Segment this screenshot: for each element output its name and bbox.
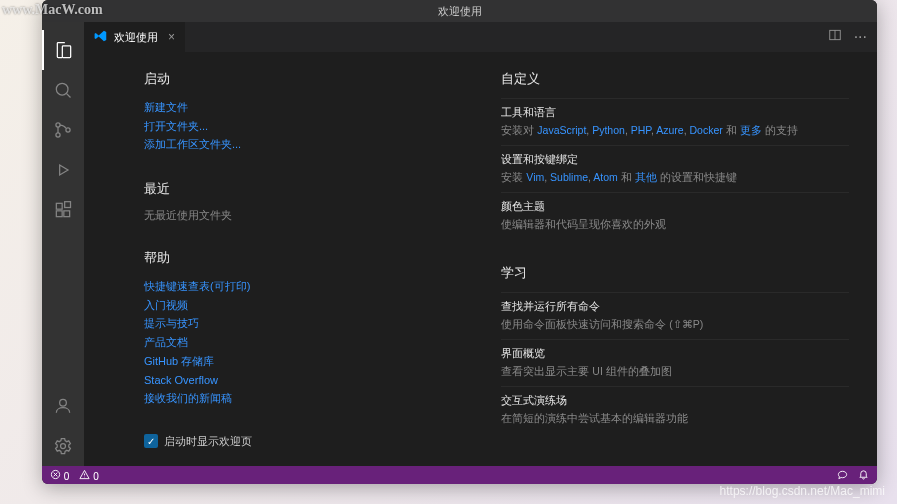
playground-block: 交互式演练场 在简短的演练中尝试基本的编辑器功能 — [501, 386, 849, 433]
help-section: 帮助 快捷键速查表(可打印) 入门视频 提示与技巧 产品文档 GitHub 存储… — [144, 249, 411, 408]
svg-rect-5 — [56, 211, 62, 217]
show-on-startup-label: 启动时显示欢迎页 — [164, 434, 252, 449]
svg-point-3 — [66, 128, 70, 132]
open-folder-link[interactable]: 打开文件夹... — [144, 117, 411, 136]
warnings-indicator[interactable]: 0 — [79, 469, 98, 482]
errors-indicator[interactable]: 0 — [50, 469, 69, 482]
link-php[interactable]: PHP — [631, 124, 651, 136]
close-icon[interactable]: × — [168, 30, 175, 44]
svg-point-9 — [61, 444, 66, 449]
link-vim[interactable]: Vim — [526, 171, 544, 183]
tab-actions: ··· — [828, 22, 877, 52]
vscode-window: 欢迎使用 — [42, 0, 877, 484]
recent-title: 最近 — [144, 180, 411, 198]
split-editor-icon[interactable] — [828, 28, 842, 46]
svg-point-8 — [60, 399, 67, 406]
help-videos-link[interactable]: 入门视频 — [144, 296, 411, 315]
overview-desc: 查看突出显示主要 UI 组件的叠加图 — [501, 364, 849, 380]
learn-title: 学习 — [501, 264, 849, 282]
link-other[interactable]: 其他 — [635, 171, 657, 183]
help-github-link[interactable]: GitHub 存储库 — [144, 352, 411, 371]
tools-block: 工具和语言 安装对 JavaScript, Python, PHP, Azure… — [501, 98, 849, 145]
statusbar: 0 0 — [42, 466, 877, 484]
svg-rect-6 — [64, 211, 70, 217]
titlebar-title: 欢迎使用 — [438, 4, 482, 19]
recent-section: 最近 无最近使用文件夹 — [144, 180, 411, 223]
keymaps-desc: 安装 Vim, Sublime, Atom 和 其他 的设置和快捷键 — [501, 170, 849, 186]
watermark-top-left: www.MacW.com — [2, 2, 103, 18]
tab-bar: 欢迎使用 × ··· — [84, 22, 877, 52]
link-python[interactable]: Python — [592, 124, 625, 136]
overview-head: 界面概览 — [501, 346, 849, 361]
playground-desc: 在简短的演练中尝试基本的编辑器功能 — [501, 411, 849, 427]
overview-block: 界面概览 查看突出显示主要 UI 组件的叠加图 — [501, 339, 849, 386]
debug-icon[interactable] — [42, 150, 84, 190]
tab-label: 欢迎使用 — [114, 30, 158, 45]
tools-desc: 安装对 JavaScript, Python, PHP, Azure, Dock… — [501, 123, 849, 139]
start-section: 启动 新建文件 打开文件夹... 添加工作区文件夹... — [144, 70, 411, 154]
main-area: 欢迎使用 × ··· 启动 新建文件 打开文件夹... — [42, 22, 877, 466]
customize-section: 自定义 工具和语言 安装对 JavaScript, Python, PHP, A… — [501, 70, 849, 238]
theme-desc: 使编辑器和代码呈现你喜欢的外观 — [501, 217, 849, 233]
explorer-icon[interactable] — [42, 30, 84, 70]
search-icon[interactable] — [42, 70, 84, 110]
keymaps-block: 设置和按键绑定 安装 Vim, Sublime, Atom 和 其他 的设置和快… — [501, 145, 849, 192]
accounts-icon[interactable] — [42, 386, 84, 426]
link-azure[interactable]: Azure — [656, 124, 683, 136]
commands-head: 查找并运行所有命令 — [501, 299, 849, 314]
theme-block: 颜色主题 使编辑器和代码呈现你喜欢的外观 — [501, 192, 849, 239]
vscode-logo-icon — [94, 29, 108, 45]
new-file-link[interactable]: 新建文件 — [144, 98, 411, 117]
left-column: 启动 新建文件 打开文件夹... 添加工作区文件夹... 最近 无最近使用文件夹… — [144, 70, 411, 456]
theme-head: 颜色主题 — [501, 199, 849, 214]
extensions-icon[interactable] — [42, 190, 84, 230]
welcome-page: 启动 新建文件 打开文件夹... 添加工作区文件夹... 最近 无最近使用文件夹… — [84, 52, 877, 466]
keymaps-head: 设置和按键绑定 — [501, 152, 849, 167]
watermark-bottom-right: https://blog.csdn.net/Mac_mimi — [720, 484, 885, 498]
svg-point-2 — [56, 133, 60, 137]
svg-point-0 — [56, 83, 68, 95]
notifications-icon[interactable] — [858, 469, 869, 482]
link-sublime[interactable]: Sublime — [550, 171, 588, 183]
link-atom[interactable]: Atom — [593, 171, 618, 183]
right-column: 自定义 工具和语言 安装对 JavaScript, Python, PHP, A… — [501, 70, 849, 456]
checkbox-checked-icon[interactable]: ✓ — [144, 434, 158, 448]
help-stackoverflow-link[interactable]: Stack Overflow — [144, 371, 411, 390]
help-newsletter-link[interactable]: 接收我们的新闻稿 — [144, 389, 411, 408]
svg-point-1 — [56, 123, 60, 127]
link-javascript[interactable]: JavaScript — [537, 124, 586, 136]
commands-desc: 使用命令面板快速访问和搜索命令 (⇧⌘P) — [501, 317, 849, 333]
show-on-startup-row[interactable]: ✓ 启动时显示欢迎页 — [144, 434, 411, 449]
svg-rect-4 — [56, 203, 62, 209]
link-more[interactable]: 更多 — [740, 124, 762, 136]
tools-head: 工具和语言 — [501, 105, 849, 120]
commands-block: 查找并运行所有命令 使用命令面板快速访问和搜索命令 (⇧⌘P) — [501, 292, 849, 339]
start-title: 启动 — [144, 70, 411, 88]
help-title: 帮助 — [144, 249, 411, 267]
source-control-icon[interactable] — [42, 110, 84, 150]
activity-bar — [42, 22, 84, 466]
help-tips-link[interactable]: 提示与技巧 — [144, 314, 411, 333]
learn-section: 学习 查找并运行所有命令 使用命令面板快速访问和搜索命令 (⇧⌘P) 界面概览 … — [501, 264, 849, 432]
add-workspace-link[interactable]: 添加工作区文件夹... — [144, 135, 411, 154]
editor-area: 欢迎使用 × ··· 启动 新建文件 打开文件夹... — [84, 22, 877, 466]
tab-welcome[interactable]: 欢迎使用 × — [84, 22, 185, 52]
link-docker[interactable]: Docker — [690, 124, 723, 136]
help-cheatsheet-link[interactable]: 快捷键速查表(可打印) — [144, 277, 411, 296]
svg-rect-7 — [65, 202, 71, 208]
settings-gear-icon[interactable] — [42, 426, 84, 466]
more-actions-icon[interactable]: ··· — [854, 28, 867, 46]
feedback-icon[interactable] — [837, 469, 848, 482]
playground-head: 交互式演练场 — [501, 393, 849, 408]
customize-title: 自定义 — [501, 70, 849, 88]
recent-empty: 无最近使用文件夹 — [144, 208, 411, 223]
titlebar: 欢迎使用 — [42, 0, 877, 22]
help-docs-link[interactable]: 产品文档 — [144, 333, 411, 352]
